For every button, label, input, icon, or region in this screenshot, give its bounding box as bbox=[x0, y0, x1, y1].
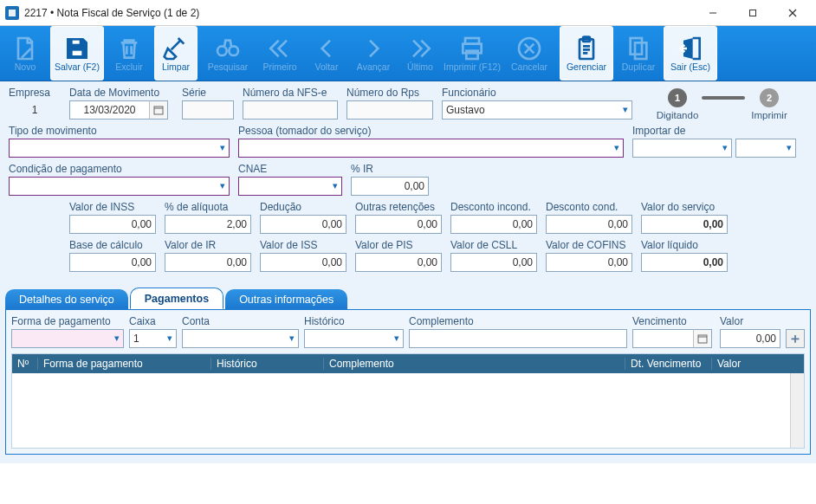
tipo-movimento-select[interactable] bbox=[9, 139, 230, 158]
step-1-circle: 1 bbox=[668, 88, 687, 107]
valor-iss-label: Valor de ISS bbox=[260, 239, 346, 251]
svg-rect-19 bbox=[698, 335, 707, 343]
chevron-first-icon bbox=[266, 35, 294, 62]
grid-scrollbar[interactable] bbox=[790, 373, 804, 448]
valor-servico-input[interactable] bbox=[641, 215, 728, 234]
cancel-button[interactable]: Cancelar bbox=[502, 26, 556, 81]
window-minimize-button[interactable] bbox=[693, 0, 733, 26]
importar-de-select-2[interactable] bbox=[735, 139, 796, 158]
col-complemento[interactable]: Complemento bbox=[324, 358, 625, 370]
outras-ret-input[interactable] bbox=[355, 215, 442, 234]
complemento-input[interactable] bbox=[409, 329, 627, 348]
data-movimento-input[interactable] bbox=[69, 100, 149, 120]
vencimento-calendar-button[interactable] bbox=[693, 329, 712, 348]
first-button[interactable]: Primeiro bbox=[258, 26, 301, 81]
valor-pis-label: Valor de PIS bbox=[355, 239, 442, 251]
forma-pagamento-label: Forma de pagamento bbox=[11, 315, 124, 327]
progress-stepper: 1 Digitando 2 Imprimir bbox=[643, 88, 804, 120]
tab-outras-informacoes[interactable]: Outras informações bbox=[225, 289, 347, 309]
payments-grid-body[interactable] bbox=[12, 373, 790, 448]
data-movimento-label: Data de Movimento bbox=[69, 87, 173, 99]
app-icon bbox=[5, 6, 19, 20]
col-valor[interactable]: Valor bbox=[712, 358, 790, 370]
svg-rect-16 bbox=[635, 42, 646, 59]
circle-x-icon bbox=[515, 35, 543, 62]
detail-tabs: Detalhes do serviço Pagamentos Outras in… bbox=[0, 288, 816, 309]
tab-pagamentos[interactable]: Pagamentos bbox=[130, 288, 223, 309]
svg-point-8 bbox=[229, 46, 238, 55]
exit-button[interactable]: Sair (Esc) bbox=[664, 26, 717, 81]
serie-input[interactable] bbox=[182, 100, 234, 120]
pag-valor-input[interactable] bbox=[720, 329, 780, 348]
window-close-button[interactable] bbox=[773, 0, 813, 26]
col-num[interactable]: Nº bbox=[12, 358, 38, 370]
valor-pis-input[interactable] bbox=[355, 253, 442, 272]
svg-rect-5 bbox=[71, 39, 81, 45]
funcionario-select[interactable]: Gustavo bbox=[442, 100, 632, 120]
base-calculo-label: Base de cálculo bbox=[69, 239, 156, 251]
delete-button[interactable]: Excluir bbox=[107, 26, 151, 81]
valor-cofins-input[interactable] bbox=[546, 253, 632, 272]
complemento-label: Complemento bbox=[409, 315, 627, 327]
col-forma[interactable]: Forma de pagamento bbox=[38, 358, 211, 370]
payments-grid-header: Nº Forma de pagamento Histórico Compleme… bbox=[12, 354, 804, 373]
valor-ir-input[interactable] bbox=[165, 253, 251, 272]
last-button[interactable]: Último bbox=[398, 26, 442, 81]
next-button[interactable]: Avançar bbox=[352, 26, 395, 81]
valor-iss-input[interactable] bbox=[260, 253, 346, 272]
cnae-select[interactable] bbox=[238, 177, 342, 196]
print-button[interactable]: Imprimir (F12) bbox=[445, 26, 499, 81]
numero-rps-input[interactable] bbox=[346, 100, 433, 120]
historico-select[interactable] bbox=[304, 329, 404, 348]
funcionario-label: Funcionário bbox=[442, 87, 632, 99]
svg-rect-0 bbox=[9, 10, 16, 16]
pessoa-select[interactable] bbox=[238, 139, 624, 158]
valor-inss-label: Valor de INSS bbox=[69, 201, 156, 213]
conta-select[interactable] bbox=[182, 329, 299, 348]
header-form: 1 Digitando 2 Imprimir Empresa 1 Data de… bbox=[0, 81, 816, 282]
funcionario-value: Gustavo bbox=[446, 104, 485, 116]
numero-nfse-input[interactable] bbox=[243, 100, 338, 120]
historico-label: Histórico bbox=[304, 315, 404, 327]
vencimento-label: Vencimento bbox=[632, 315, 715, 327]
vencimento-input[interactable] bbox=[632, 329, 693, 348]
col-vencimento[interactable]: Dt. Vencimento bbox=[625, 358, 712, 370]
importar-de-select-1[interactable] bbox=[632, 139, 732, 158]
valor-liquido-input[interactable] bbox=[641, 253, 728, 272]
binoculars-icon bbox=[214, 35, 242, 62]
clipboard-icon bbox=[573, 35, 600, 62]
valor-liquido-label: Valor líquido bbox=[641, 239, 728, 251]
svg-rect-6 bbox=[71, 49, 82, 56]
save-button[interactable]: Salvar (F2) bbox=[50, 26, 104, 81]
col-historico[interactable]: Histórico bbox=[211, 358, 324, 370]
prev-button[interactable]: Voltar bbox=[305, 26, 348, 81]
step-connector bbox=[702, 96, 745, 100]
svg-rect-2 bbox=[750, 10, 756, 16]
conta-label: Conta bbox=[182, 315, 299, 327]
deducao-input[interactable] bbox=[260, 215, 346, 234]
manage-button[interactable]: Gerenciar bbox=[560, 26, 613, 81]
pct-ir-input[interactable] bbox=[351, 177, 429, 196]
desc-cond-input[interactable] bbox=[546, 215, 632, 234]
pct-aliquota-input[interactable] bbox=[165, 215, 251, 234]
window-maximize-button[interactable] bbox=[733, 0, 773, 26]
empresa-label: Empresa bbox=[9, 87, 61, 99]
duplicate-button[interactable]: Duplicar bbox=[617, 26, 660, 81]
base-calculo-input[interactable] bbox=[69, 253, 156, 272]
valor-inss-input[interactable] bbox=[69, 215, 156, 234]
desc-incond-input[interactable] bbox=[450, 215, 537, 234]
valor-csll-input[interactable] bbox=[450, 253, 537, 272]
tab-detalhes-servico[interactable]: Detalhes do serviço bbox=[5, 289, 128, 309]
search-button[interactable]: Pesquisar bbox=[201, 26, 255, 81]
calendar-button[interactable] bbox=[149, 100, 168, 120]
new-button[interactable]: Novo bbox=[3, 26, 47, 81]
clear-button[interactable]: Limpar bbox=[154, 26, 198, 81]
deducao-label: Dedução bbox=[260, 201, 346, 213]
cond-pag-select[interactable] bbox=[9, 177, 230, 196]
caixa-select[interactable]: 1 bbox=[129, 329, 177, 348]
chevron-last-icon bbox=[406, 35, 434, 62]
printer-icon bbox=[458, 35, 486, 62]
empresa-value: 1 bbox=[9, 100, 61, 120]
add-payment-button[interactable]: ＋ bbox=[786, 329, 805, 348]
forma-pagamento-select[interactable] bbox=[11, 329, 124, 348]
